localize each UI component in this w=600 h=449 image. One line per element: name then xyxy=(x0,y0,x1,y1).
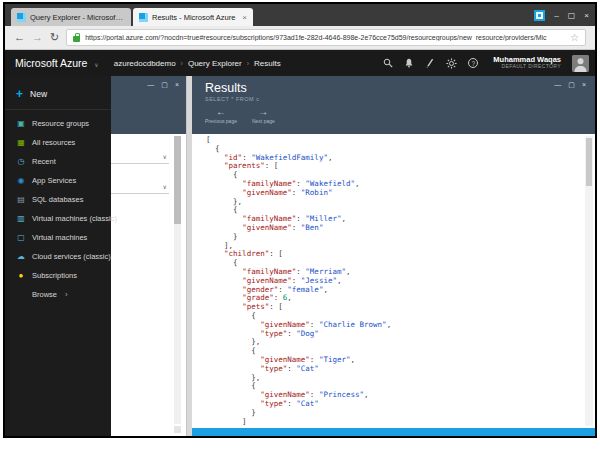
arrow-right-icon: → xyxy=(252,107,275,117)
sidebar-item-all-resources[interactable]: ▦ All resources xyxy=(5,133,111,152)
tab-title: Results - Microsoft Azure xyxy=(152,13,238,22)
vm-icon: ▢ xyxy=(16,233,26,242)
user-directory: DEFAULT DIRECTORY xyxy=(493,64,561,70)
help-icon[interactable]: ? xyxy=(468,58,478,68)
refresh-button[interactable]: ↻ xyxy=(50,32,59,43)
window-minimize-button[interactable]: – xyxy=(554,12,558,20)
all-resources-icon: ▦ xyxy=(16,138,26,147)
sidebar-item-app-services[interactable]: ◉ App Services xyxy=(5,171,111,190)
tab-results[interactable]: Results - Microsoft Azure × xyxy=(133,8,253,26)
azure-brand[interactable]: Microsoft Azure xyxy=(15,57,87,69)
previous-page-label: Previous page xyxy=(205,118,237,124)
user-avatar[interactable] xyxy=(572,55,589,72)
browser-address-bar: ← → ↻ https://portal.azure.com/?nocdn=tr… xyxy=(5,26,595,50)
sidebar-item-label: Browse xyxy=(32,290,57,299)
sidebar-item-new[interactable]: + New xyxy=(5,82,111,110)
blade-accent-bar xyxy=(192,428,595,436)
sidebar-item-recent[interactable]: ◷ Recent xyxy=(5,152,111,171)
dropdown-field[interactable]: ∨ xyxy=(111,150,169,164)
recent-clock-icon: ◷ xyxy=(16,157,26,166)
breadcrumb-item-results[interactable]: Results xyxy=(254,59,281,68)
query-explorer-blade-header: — ▢ × xyxy=(111,76,186,134)
sidebar-item-label: Resource groups xyxy=(32,119,89,128)
sidebar-items: ▣ Resource groups ▦ All resources ◷ Rece… xyxy=(5,114,111,304)
resource-groups-icon: ▣ xyxy=(16,119,26,128)
https-lock-icon xyxy=(73,36,80,42)
breadcrumb-item-azuredocdbdemo[interactable]: azuredocdbdemo xyxy=(114,59,176,68)
results-pager: ← Previous page → Next page xyxy=(205,107,585,124)
sidebar: + New ▣ Resource groups ▦ All resources … xyxy=(5,76,111,436)
tab-close-icon[interactable]: × xyxy=(242,13,247,22)
sidebar-item-sql-databases[interactable]: ▤ SQL databases xyxy=(5,190,111,209)
browser-window: Query Explorer - Microsoft Azure Results… xyxy=(3,2,597,438)
browser-tab-bar: Query Explorer - Microsoft Azure Results… xyxy=(5,4,595,26)
url-text: https://portal.azure.com/?nocdn=true#res… xyxy=(85,34,565,41)
blade-minimize-button[interactable]: — xyxy=(147,81,154,134)
query-explorer-blade-body: ∨ ∨ xyxy=(111,134,186,436)
breadcrumb: azuredocdbdemo › Query Explorer › Result… xyxy=(114,59,281,68)
scrollbar-thumb[interactable] xyxy=(586,138,592,186)
back-button[interactable]: ← xyxy=(14,32,25,43)
app-services-icon: ◉ xyxy=(16,176,26,185)
browser-notification-icon[interactable] xyxy=(534,10,545,21)
blade-close-button[interactable]: × xyxy=(582,81,586,88)
breadcrumb-item-query-explorer[interactable]: Query Explorer xyxy=(188,59,242,68)
blade-close-button[interactable]: × xyxy=(175,81,179,134)
results-blade-body: [ { "id": "WakefieldFamily", "parents": … xyxy=(192,134,595,428)
notifications-bell-icon[interactable] xyxy=(404,58,414,68)
arrow-left-icon: ← xyxy=(205,107,237,117)
dropdown-field[interactable]: ∨ xyxy=(111,180,169,194)
plus-icon: + xyxy=(16,89,23,99)
account-menu[interactable]: Muhammad Waqas DEFAULT DIRECTORY xyxy=(493,56,561,70)
sidebar-item-label: Cloud services (classic) xyxy=(32,252,111,261)
url-field[interactable]: https://portal.azure.com/?nocdn=true#res… xyxy=(66,29,586,46)
blade-maximize-button[interactable]: ▢ xyxy=(161,81,168,134)
sidebar-item-cloud-services-classic[interactable]: ☁ Cloud services (classic) xyxy=(5,247,111,266)
window-close-button[interactable]: × xyxy=(584,12,589,20)
tab-query-explorer[interactable]: Query Explorer - Microsoft Azure xyxy=(11,8,131,26)
blade-scrollbar[interactable] xyxy=(174,136,181,424)
search-icon[interactable] xyxy=(383,58,393,68)
edit-pencil-icon[interactable] xyxy=(425,58,435,68)
cloud-services-icon: ☁ xyxy=(16,252,26,261)
results-scrollbar[interactable] xyxy=(585,136,593,426)
sidebar-item-label: All resources xyxy=(32,138,75,147)
breadcrumb-separator: › xyxy=(247,60,249,67)
query-text: SELECT * FROM c xyxy=(205,96,585,102)
breadcrumb-separator: › xyxy=(181,60,183,67)
window-maximize-button[interactable]: ▢ xyxy=(568,12,576,20)
azure-toolbar-icons: ? Muhammad Waqas DEFAULT DIRECTORY xyxy=(383,55,589,72)
chevron-down-icon: ∨ xyxy=(163,154,167,160)
scrollbar-down-arrow[interactable] xyxy=(174,426,181,433)
subscriptions-key-icon: ● xyxy=(16,271,26,280)
blade-title: Results xyxy=(205,81,585,95)
previous-page-button[interactable]: ← Previous page xyxy=(205,107,237,124)
blade-maximize-button[interactable]: ▢ xyxy=(568,81,575,88)
sidebar-item-resource-groups[interactable]: ▣ Resource groups xyxy=(5,114,111,133)
sql-databases-icon: ▤ xyxy=(16,195,26,204)
azure-top-bar: Microsoft Azure ∨ azuredocdbdemo › Query… xyxy=(5,50,595,76)
chevron-down-icon: ∨ xyxy=(94,61,98,68)
azure-portal-favicon xyxy=(139,13,148,22)
tab-title: Query Explorer - Microsoft Azure xyxy=(30,13,125,22)
bookmark-star-icon[interactable]: ☆ xyxy=(570,32,579,43)
azure-portal-favicon xyxy=(17,13,26,22)
sidebar-item-label: App Services xyxy=(32,176,76,185)
portal-workspace: + New ▣ Resource groups ▦ All resources … xyxy=(5,76,595,436)
results-blade-header: — ▢ × Results SELECT * FROM c ← Previous… xyxy=(192,76,595,134)
window-controls: – ▢ × xyxy=(534,10,589,26)
forward-button[interactable]: → xyxy=(32,32,43,43)
blade-minimize-button[interactable]: — xyxy=(554,81,561,88)
sidebar-item-label: Subscriptions xyxy=(32,271,77,280)
sidebar-item-label: New xyxy=(30,89,47,99)
scrollbar-thumb[interactable] xyxy=(174,136,181,224)
sidebar-item-subscriptions[interactable]: ● Subscriptions xyxy=(5,266,111,285)
json-output: [ { "id": "WakefieldFamily", "parents": … xyxy=(206,136,579,428)
next-page-button[interactable]: → Next page xyxy=(252,107,275,124)
settings-gear-icon[interactable] xyxy=(446,58,457,69)
sidebar-item-browse[interactable]: Browse › xyxy=(5,285,111,304)
sidebar-item-virtual-machines-classic[interactable]: ▥ Virtual machines (classic) xyxy=(5,209,111,228)
vm-classic-icon: ▥ xyxy=(16,214,26,223)
sidebar-item-label: Virtual machines (classic) xyxy=(32,214,117,223)
sidebar-item-virtual-machines[interactable]: ▢ Virtual machines xyxy=(5,228,111,247)
